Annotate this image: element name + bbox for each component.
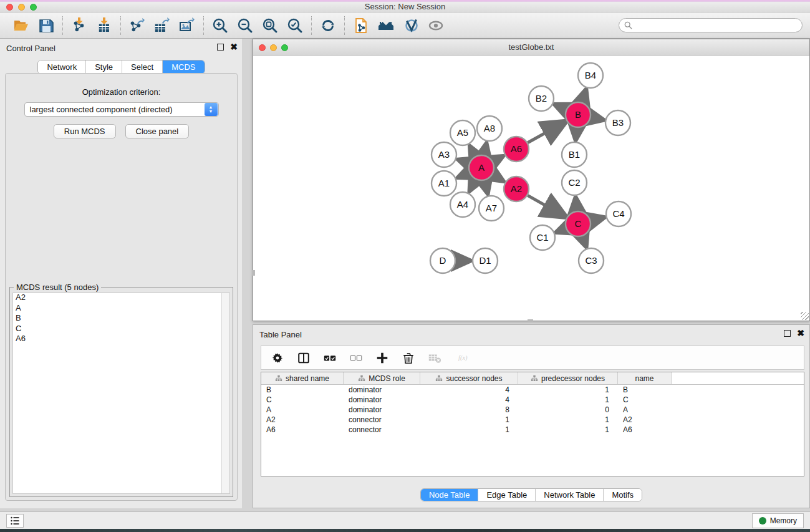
zoom-selected-button[interactable] <box>284 16 306 36</box>
close-table-panel-icon[interactable]: ✖ <box>797 330 804 337</box>
tab-select[interactable]: Select <box>122 60 163 74</box>
edge-A-A6[interactable] <box>493 157 503 162</box>
edge-B-B2[interactable] <box>556 105 566 109</box>
cell-predecessor-nodes[interactable]: 1 <box>518 415 618 425</box>
tab-edge-table[interactable]: Edge Table <box>478 489 536 501</box>
net-minimize-button[interactable] <box>270 44 277 51</box>
cell-successor-nodes[interactable]: 8 <box>420 405 518 415</box>
network-window-titlebar[interactable]: testGlobe.txt <box>253 39 809 56</box>
net-zoom-button[interactable] <box>281 44 288 51</box>
search-input[interactable] <box>632 19 802 32</box>
cell-shared-name[interactable]: C <box>261 395 344 405</box>
cell-shared-name[interactable]: A6 <box>261 425 344 435</box>
edge-B-B3[interactable] <box>591 117 603 120</box>
select-all-button[interactable] <box>321 349 339 367</box>
column-header-name[interactable]: name <box>618 372 672 384</box>
mcds-result-item[interactable]: A <box>13 304 229 314</box>
edge-A2-C[interactable] <box>528 195 564 216</box>
edge-C-C3[interactable] <box>582 236 586 246</box>
column-header-shared-name[interactable]: shared name <box>261 372 344 384</box>
node-table[interactable]: shared nameMCDS rolesuccessor nodesprede… <box>261 372 804 476</box>
mcds-result-item[interactable]: C <box>13 324 229 335</box>
hide-graphics-button[interactable] <box>425 16 446 36</box>
float-table-panel-icon[interactable] <box>784 330 791 337</box>
edge-C-C2[interactable] <box>576 198 577 211</box>
cell-shared-name[interactable]: A <box>261 405 344 415</box>
edge-A6-B[interactable] <box>528 122 564 143</box>
cell-name[interactable]: C <box>618 395 672 405</box>
column-header-successor-nodes[interactable]: successor nodes <box>420 372 518 384</box>
network-from-file-button[interactable] <box>350 16 372 36</box>
search-box[interactable] <box>619 18 803 32</box>
cell-name[interactable]: A2 <box>618 415 672 425</box>
export-table-button[interactable] <box>152 16 173 36</box>
column-header-MCDS-role[interactable]: MCDS role <box>344 372 420 384</box>
cell-name[interactable]: B <box>618 385 672 395</box>
save-session-button[interactable] <box>36 16 57 36</box>
edge-A-A3[interactable] <box>459 160 470 163</box>
cell-predecessor-nodes[interactable]: 0 <box>518 405 618 415</box>
zoom-out-button[interactable] <box>234 16 256 36</box>
close-panel-icon[interactable]: ✖ <box>230 44 238 51</box>
resize-grip-icon[interactable] <box>801 312 809 320</box>
table-settings-button[interactable] <box>269 349 286 367</box>
zoom-in-button[interactable] <box>210 16 231 36</box>
graphics-details-button[interactable] <box>400 16 422 36</box>
cell-MCDS-role[interactable]: dominator <box>344 395 420 405</box>
edge-B-B4[interactable] <box>582 90 586 102</box>
cell-MCDS-role[interactable]: dominator <box>344 385 420 395</box>
cell-successor-nodes[interactable]: 1 <box>420 415 518 425</box>
edge-A-A8[interactable] <box>484 143 486 155</box>
cell-predecessor-nodes[interactable]: 1 <box>518 385 618 395</box>
float-panel-icon[interactable] <box>217 44 224 51</box>
cell-predecessor-nodes[interactable]: 1 <box>518 425 618 435</box>
refresh-button[interactable] <box>317 16 339 36</box>
memory-button[interactable]: Memory <box>752 513 804 528</box>
edge-A-A4[interactable] <box>470 180 475 191</box>
tab-network[interactable]: Network <box>38 60 86 74</box>
bottom-resize-handle[interactable] <box>528 319 533 322</box>
mcds-result-item[interactable]: B <box>13 314 229 324</box>
table-row[interactable]: Cdominator41C <box>261 395 804 405</box>
mcds-result-item[interactable]: A6 <box>13 334 229 345</box>
cell-MCDS-role[interactable]: connector <box>344 415 420 425</box>
network-graph[interactable]: B4B2BB3A8A5A6A3B1AA1C2A2A4A7C4CC1C3DD1 <box>253 56 809 321</box>
cell-shared-name[interactable]: B <box>261 385 344 395</box>
edge-A-A5[interactable] <box>470 147 475 156</box>
tab-network-table[interactable]: Network Table <box>536 489 604 501</box>
ndex-home-button[interactable] <box>375 16 397 36</box>
tab-mcds[interactable]: MCDS <box>163 60 204 74</box>
tab-motifs[interactable]: Motifs <box>604 489 642 501</box>
mcds-result-list[interactable]: A2ABCA6 <box>12 293 230 494</box>
zoom-fit-button[interactable] <box>259 16 281 36</box>
table-row[interactable]: A6connector11A6 <box>261 425 804 435</box>
run-mcds-button[interactable]: Run MCDS <box>54 124 116 138</box>
cell-shared-name[interactable]: A2 <box>261 415 344 425</box>
deselect-all-button[interactable] <box>347 349 365 367</box>
tab-style[interactable]: Style <box>86 60 122 74</box>
left-resize-handle[interactable] <box>253 270 255 276</box>
cell-successor-nodes[interactable]: 1 <box>420 425 518 435</box>
table-row[interactable]: A2connector11A2 <box>261 415 804 425</box>
table-row[interactable]: Bdominator41B <box>261 385 804 395</box>
close-panel-button[interactable]: Close panel <box>125 124 190 138</box>
cell-MCDS-role[interactable]: connector <box>344 425 420 435</box>
export-network-button[interactable] <box>127 16 148 36</box>
cell-MCDS-role[interactable]: dominator <box>344 405 420 415</box>
cell-successor-nodes[interactable]: 4 <box>420 395 518 405</box>
result-scrollbar[interactable] <box>221 293 229 493</box>
edge-C-C4[interactable] <box>591 218 603 221</box>
cell-name[interactable]: A <box>618 405 672 415</box>
cell-name[interactable]: A6 <box>618 425 672 435</box>
task-history-button[interactable] <box>6 514 24 528</box>
add-column-button[interactable] <box>374 349 391 367</box>
edge-A-A7[interactable] <box>485 180 488 193</box>
cell-predecessor-nodes[interactable]: 1 <box>518 395 618 405</box>
criterion-select[interactable]: largest connected component (directed) ▲… <box>24 102 219 117</box>
import-table-button[interactable] <box>94 16 115 36</box>
edge-A-A1[interactable] <box>458 173 470 177</box>
export-image-button[interactable] <box>176 16 198 36</box>
import-network-button[interactable] <box>69 16 90 36</box>
column-header-predecessor-nodes[interactable]: predecessor nodes <box>518 372 618 384</box>
cell-successor-nodes[interactable]: 4 <box>420 385 518 395</box>
